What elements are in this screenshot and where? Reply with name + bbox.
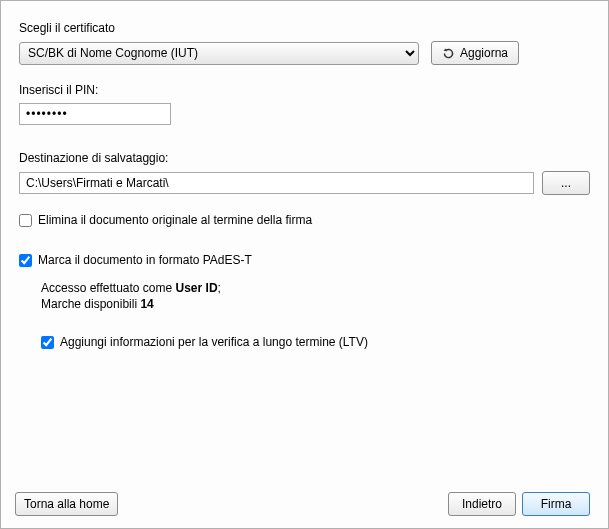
delete-original-label: Elimina il documento originale al termin… (38, 213, 312, 227)
destination-row: ... (19, 171, 590, 195)
status-block: Accesso effettuato come User ID; Marche … (41, 281, 590, 349)
mark-pades-checkbox[interactable] (19, 254, 32, 267)
ltv-row: Aggiungi informazioni per la verifica a … (41, 335, 590, 349)
destination-label: Destinazione di salvataggio: (19, 151, 590, 165)
access-prefix: Accesso effettuato come (41, 281, 176, 295)
refresh-icon (442, 47, 455, 60)
certificate-select[interactable]: SC/BK di Nome Cognome (IUT) (19, 42, 419, 65)
access-suffix: ; (218, 281, 221, 295)
refresh-button[interactable]: Aggiorna (431, 41, 519, 65)
ltv-checkbox[interactable] (41, 336, 54, 349)
certificate-row: SC/BK di Nome Cognome (IUT) Aggiorna (19, 41, 590, 65)
delete-original-checkbox[interactable] (19, 214, 32, 227)
marks-prefix: Marche disponibili (41, 297, 140, 311)
ltv-label: Aggiungi informazioni per la verifica a … (60, 335, 368, 349)
certificate-label: Scegli il certificato (19, 21, 590, 35)
browse-button[interactable]: ... (542, 171, 590, 195)
pin-label: Inserisci il PIN: (19, 83, 590, 97)
sign-button[interactable]: Firma (522, 492, 590, 516)
delete-original-row: Elimina il documento originale al termin… (19, 213, 590, 227)
signing-dialog: Scegli il certificato SC/BK di Nome Cogn… (0, 0, 609, 529)
certificate-select-wrap: SC/BK di Nome Cognome (IUT) (19, 42, 419, 65)
back-button[interactable]: Indietro (448, 492, 516, 516)
marks-count: 14 (140, 297, 153, 311)
mark-pades-row: Marca il documento in formato PAdES-T (19, 253, 590, 267)
mark-pades-label: Marca il documento in formato PAdES-T (38, 253, 252, 267)
home-button[interactable]: Torna alla home (15, 492, 118, 516)
bottom-bar: Torna alla home Indietro Firma (15, 492, 590, 516)
marks-line: Marche disponibili 14 (41, 297, 590, 311)
access-line: Accesso effettuato come User ID; (41, 281, 590, 295)
pin-input[interactable] (19, 103, 171, 125)
destination-input[interactable] (19, 172, 534, 194)
access-user-id: User ID (176, 281, 218, 295)
refresh-label: Aggiorna (460, 46, 508, 60)
